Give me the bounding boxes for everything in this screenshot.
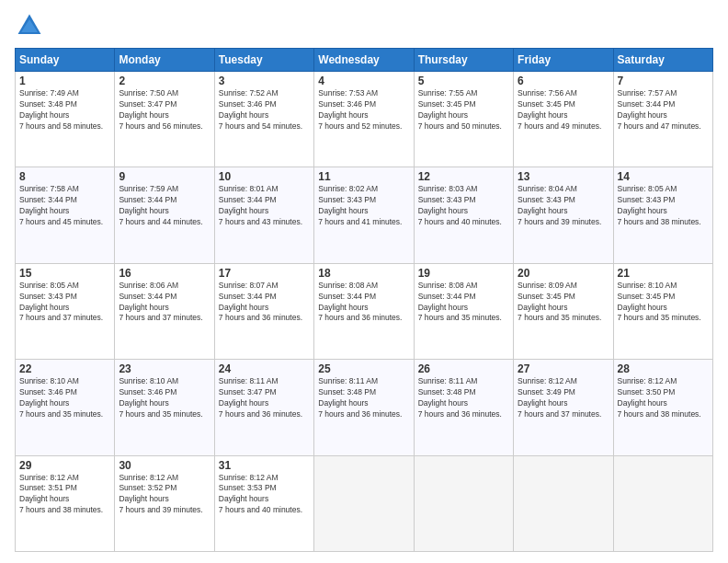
calendar-header-row: Sunday Monday Tuesday Wednesday Thursday…	[16, 49, 713, 72]
calendar-week-2: 8 Sunrise: 7:58 AMSunset: 3:44 PMDayligh…	[16, 167, 713, 263]
table-row: 16 Sunrise: 8:06 AMSunset: 3:44 PMDaylig…	[115, 263, 214, 359]
logo	[15, 11, 48, 40]
col-thursday: Thursday	[414, 49, 513, 72]
table-row: 13 Sunrise: 8:04 AMSunset: 3:43 PMDaylig…	[514, 167, 613, 263]
table-row: 4 Sunrise: 7:53 AMSunset: 3:46 PMDayligh…	[314, 72, 414, 167]
table-row: 25 Sunrise: 8:11 AMSunset: 3:48 PMDaylig…	[314, 360, 414, 455]
table-row: 22 Sunrise: 8:10 AMSunset: 3:46 PMDaylig…	[16, 360, 115, 455]
table-row: 27 Sunrise: 8:12 AMSunset: 3:49 PMDaylig…	[514, 360, 613, 455]
table-row	[613, 455, 712, 551]
col-wednesday: Wednesday	[314, 49, 414, 72]
col-saturday: Saturday	[613, 49, 712, 72]
calendar-week-5: 29 Sunrise: 8:12 AMSunset: 3:51 PMDaylig…	[16, 455, 713, 551]
table-row: 20 Sunrise: 8:09 AMSunset: 3:45 PMDaylig…	[514, 263, 613, 359]
table-row: 8 Sunrise: 7:58 AMSunset: 3:44 PMDayligh…	[16, 167, 115, 263]
logo-icon	[15, 11, 44, 40]
table-row: 28 Sunrise: 8:12 AMSunset: 3:50 PMDaylig…	[613, 360, 712, 455]
calendar-table: Sunday Monday Tuesday Wednesday Thursday…	[15, 48, 713, 552]
table-row: 21 Sunrise: 8:10 AMSunset: 3:45 PMDaylig…	[613, 263, 712, 359]
calendar-week-4: 22 Sunrise: 8:10 AMSunset: 3:46 PMDaylig…	[16, 360, 713, 455]
header	[15, 11, 713, 40]
table-row: 15 Sunrise: 8:05 AMSunset: 3:43 PMDaylig…	[16, 263, 115, 359]
col-sunday: Sunday	[16, 49, 115, 72]
table-row: 9 Sunrise: 7:59 AMSunset: 3:44 PMDayligh…	[115, 167, 214, 263]
table-row: 17 Sunrise: 8:07 AMSunset: 3:44 PMDaylig…	[214, 263, 313, 359]
table-row: 18 Sunrise: 8:08 AMSunset: 3:44 PMDaylig…	[314, 263, 414, 359]
table-row: 26 Sunrise: 8:11 AMSunset: 3:48 PMDaylig…	[414, 360, 513, 455]
table-row: 5 Sunrise: 7:55 AMSunset: 3:45 PMDayligh…	[414, 72, 513, 167]
page: Sunday Monday Tuesday Wednesday Thursday…	[0, 0, 728, 563]
table-row: 23 Sunrise: 8:10 AMSunset: 3:46 PMDaylig…	[115, 360, 214, 455]
col-tuesday: Tuesday	[214, 49, 313, 72]
table-row: 19 Sunrise: 8:08 AMSunset: 3:44 PMDaylig…	[414, 263, 513, 359]
table-row: 3 Sunrise: 7:52 AMSunset: 3:46 PMDayligh…	[214, 72, 313, 167]
table-row: 7 Sunrise: 7:57 AMSunset: 3:44 PMDayligh…	[613, 72, 712, 167]
table-row: 6 Sunrise: 7:56 AMSunset: 3:45 PMDayligh…	[514, 72, 613, 167]
col-friday: Friday	[514, 49, 613, 72]
table-row: 30 Sunrise: 8:12 AMSunset: 3:52 PMDaylig…	[115, 455, 214, 551]
col-monday: Monday	[115, 49, 214, 72]
calendar-week-3: 15 Sunrise: 8:05 AMSunset: 3:43 PMDaylig…	[16, 263, 713, 359]
table-row: 24 Sunrise: 8:11 AMSunset: 3:47 PMDaylig…	[214, 360, 313, 455]
calendar-week-1: 1 Sunrise: 7:49 AMSunset: 3:48 PMDayligh…	[16, 72, 713, 167]
table-row	[314, 455, 414, 551]
table-row: 1 Sunrise: 7:49 AMSunset: 3:48 PMDayligh…	[16, 72, 115, 167]
table-row: 31 Sunrise: 8:12 AMSunset: 3:53 PMDaylig…	[214, 455, 313, 551]
table-row: 2 Sunrise: 7:50 AMSunset: 3:47 PMDayligh…	[115, 72, 214, 167]
table-row: 11 Sunrise: 8:02 AMSunset: 3:43 PMDaylig…	[314, 167, 414, 263]
table-row: 29 Sunrise: 8:12 AMSunset: 3:51 PMDaylig…	[16, 455, 115, 551]
table-row: 14 Sunrise: 8:05 AMSunset: 3:43 PMDaylig…	[613, 167, 712, 263]
table-row	[414, 455, 513, 551]
table-row: 12 Sunrise: 8:03 AMSunset: 3:43 PMDaylig…	[414, 167, 513, 263]
table-row	[514, 455, 613, 551]
table-row: 10 Sunrise: 8:01 AMSunset: 3:44 PMDaylig…	[214, 167, 313, 263]
